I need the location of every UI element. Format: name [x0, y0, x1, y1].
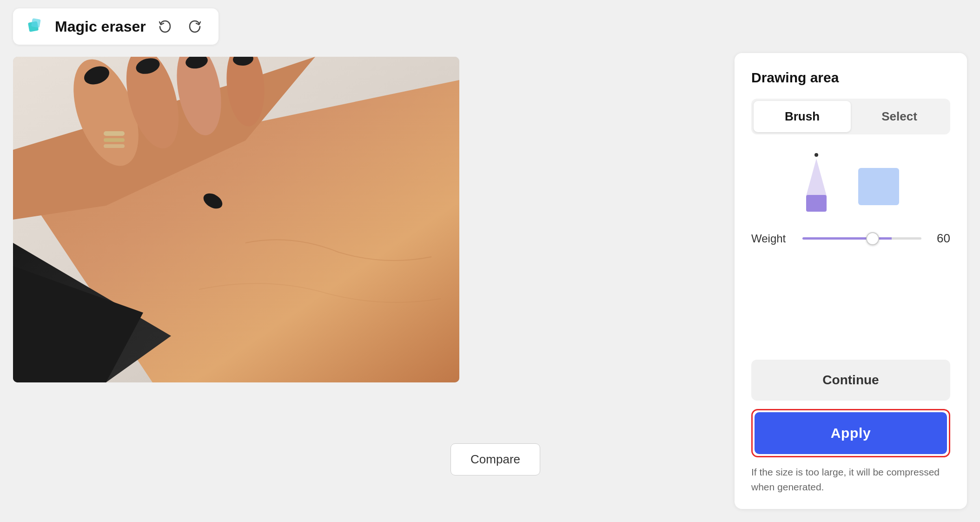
- brush-preview-large[interactable]: [858, 168, 899, 214]
- right-panel: Drawing area Brush Select: [735, 53, 967, 509]
- photo-svg: [13, 57, 459, 382]
- svg-rect-1: [31, 18, 41, 28]
- weight-row: Weight 60: [751, 231, 950, 246]
- redo-icon: [187, 19, 203, 34]
- top-bar: Magic eraser: [0, 0, 980, 53]
- panel-title: Drawing area: [751, 70, 950, 86]
- brush-shape-svg: [802, 159, 830, 214]
- weight-slider-container: [802, 234, 921, 243]
- select-mode-button[interactable]: Select: [851, 101, 948, 132]
- tool-name: Magic eraser: [55, 18, 146, 35]
- continue-button[interactable]: Continue: [751, 360, 950, 401]
- mode-toggle: Brush Select: [751, 99, 950, 134]
- svg-rect-17: [104, 138, 125, 142]
- svg-rect-21: [858, 168, 899, 205]
- apply-button[interactable]: Apply: [755, 412, 947, 454]
- apply-button-wrapper: Apply: [751, 409, 950, 457]
- undo-button[interactable]: [154, 16, 176, 37]
- redo-button[interactable]: [184, 16, 205, 37]
- apply-note: If the size is too large, it will be com…: [751, 465, 950, 494]
- brush-previews: [751, 149, 950, 214]
- canvas-area: Compare: [13, 53, 722, 509]
- canvas-image[interactable]: [13, 57, 459, 382]
- svg-marker-19: [806, 159, 827, 196]
- svg-rect-16: [104, 131, 125, 136]
- undo-icon: [157, 19, 173, 34]
- compare-button[interactable]: Compare: [450, 443, 540, 475]
- brush-tip-dot: [814, 153, 818, 157]
- weight-value: 60: [931, 231, 950, 246]
- brush-mode-button[interactable]: Brush: [754, 101, 851, 132]
- panel-spacer: [751, 264, 950, 360]
- brush-preview-small[interactable]: [802, 153, 830, 214]
- weight-label: Weight: [751, 232, 793, 245]
- main-layout: Compare Drawing area Brush Select: [0, 53, 980, 522]
- tool-card: Magic eraser: [13, 8, 219, 45]
- svg-rect-20: [806, 195, 827, 212]
- brush-wide-svg: [858, 168, 899, 214]
- weight-slider[interactable]: [802, 237, 921, 240]
- svg-rect-18: [104, 144, 125, 148]
- magic-eraser-icon: [26, 16, 46, 37]
